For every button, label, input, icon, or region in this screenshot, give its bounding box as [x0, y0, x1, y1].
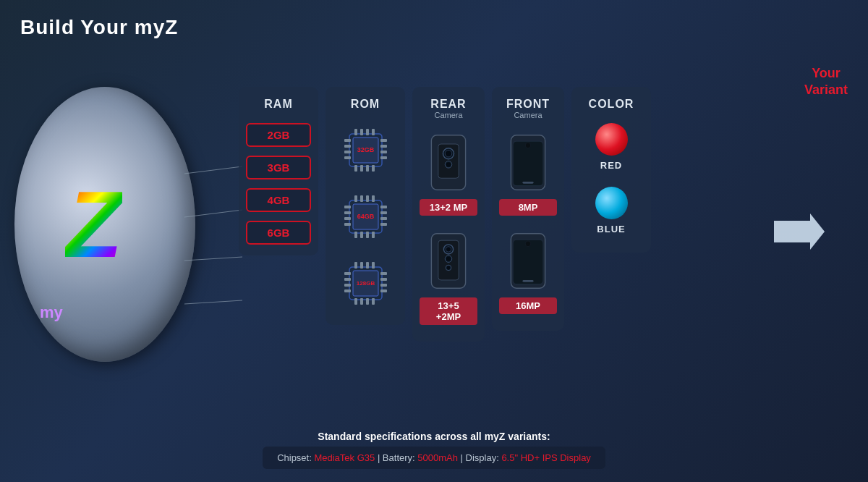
svg-rect-10 [354, 165, 357, 172]
svg-point-81 [525, 241, 531, 247]
specs-title-suffix: variants: [505, 431, 550, 442]
rear-camera-header: REAR Camera [430, 98, 466, 119]
your-variant-line2: Variant [804, 82, 848, 98]
svg-rect-25 [354, 195, 357, 202]
svg-point-72 [446, 257, 451, 261]
chipset-value: MediaTek G35 [314, 452, 375, 463]
svg-rect-26 [360, 195, 363, 202]
specs-title-prefix: Standard specifications across all [318, 431, 484, 442]
front-camera-8mp[interactable]: 8MP [499, 132, 557, 216]
svg-rect-51 [372, 298, 375, 305]
svg-point-64 [445, 151, 451, 157]
svg-rect-11 [360, 165, 363, 172]
svg-rect-56 [380, 272, 387, 275]
color-circle-red[interactable] [595, 123, 628, 156]
ram-item-6gb[interactable]: 6GB [246, 221, 311, 245]
svg-rect-14 [344, 139, 351, 142]
svg-rect-40 [380, 223, 387, 226]
rom-label: ROM [351, 98, 380, 111]
svg-rect-6 [354, 129, 357, 135]
bottom-specs: Standard specifications across all myZ v… [0, 431, 868, 469]
rear-camera-13-5-2[interactable]: 13+5 +2MP [420, 230, 477, 325]
rear-camera-13-2-label[interactable]: 13+2 MP [420, 199, 477, 216]
svg-rect-57 [380, 278, 387, 281]
front-camera-sublabel: Camera [506, 111, 550, 119]
page-title: Build Your myZ [20, 16, 178, 39]
svg-rect-39 [380, 217, 387, 220]
battery-separator: | Battery: [375, 452, 417, 463]
svg-rect-36 [344, 223, 351, 226]
my-text: my [40, 303, 63, 322]
rom-header: ROM [351, 98, 380, 111]
svg-rect-59 [380, 289, 387, 292]
front-camera-16mp[interactable]: 16MP [499, 230, 557, 314]
ram-item-2gb[interactable]: 2GB [246, 123, 311, 147]
svg-line-3 [184, 300, 242, 304]
svg-point-77 [525, 143, 531, 148]
svg-rect-44 [354, 262, 357, 269]
color-circle-blue[interactable] [595, 187, 628, 219]
columns-container: RAM 2GB 3GB 4GB 6GB ROM [239, 87, 651, 342]
rom-item-128gb[interactable]: 128GB [339, 256, 393, 310]
svg-rect-78 [522, 182, 533, 184]
chipset-label: Chipset: [277, 452, 314, 463]
svg-point-70 [446, 247, 451, 253]
color-header: COLOR [589, 98, 634, 111]
specs-title-brand: myZ [485, 431, 506, 442]
title-prefix-text: Build Your [20, 16, 135, 38]
color-red[interactable]: RED [595, 123, 628, 171]
color-name-blue: BLUE [597, 224, 625, 234]
rom-item-64gb[interactable]: 64GB [339, 190, 393, 244]
color-label: COLOR [589, 98, 634, 111]
svg-rect-33 [344, 206, 351, 208]
svg-rect-58 [380, 284, 387, 287]
svg-point-66 [446, 163, 451, 167]
svg-rect-20 [380, 151, 387, 153]
svg-rect-13 [372, 165, 375, 172]
svg-rect-46 [366, 262, 369, 269]
svg-rect-47 [372, 262, 375, 269]
color-name-red: RED [600, 160, 622, 171]
ram-item-4gb[interactable]: 4GB [246, 188, 311, 212]
svg-rect-38 [380, 211, 387, 214]
svg-rect-49 [360, 298, 363, 305]
svg-point-74 [447, 266, 451, 270]
svg-rect-29 [354, 232, 357, 238]
front-camera-8mp-label[interactable]: 8MP [499, 199, 557, 216]
svg-rect-17 [344, 156, 351, 159]
svg-rect-54 [344, 284, 351, 287]
svg-line-1 [184, 210, 242, 217]
ram-item-3gb[interactable]: 3GB [246, 156, 311, 179]
rear-camera-13-5-2-label[interactable]: 13+5 +2MP [420, 297, 477, 325]
display-value: 6.5" HD+ IPS Display [501, 452, 590, 463]
svg-rect-12 [366, 165, 369, 172]
svg-text:64GB: 64GB [357, 213, 374, 220]
rear-camera-13-2[interactable]: 13+2 MP [420, 132, 477, 216]
display-separator: | Display: [458, 452, 501, 463]
myz-logo: Z [51, 170, 159, 279]
svg-rect-37 [380, 206, 387, 208]
rom-item-32gb[interactable]: 32GB [339, 123, 393, 177]
front-camera-16mp-label[interactable]: 16MP [499, 297, 557, 314]
svg-rect-34 [344, 211, 351, 214]
svg-rect-8 [366, 129, 369, 135]
svg-rect-15 [344, 145, 351, 148]
svg-rect-35 [344, 217, 351, 220]
front-camera-column: FRONT Camera 8MP 16MP [492, 87, 564, 331]
svg-text:32GB: 32GB [357, 146, 374, 153]
svg-rect-82 [522, 280, 533, 282]
svg-rect-28 [372, 195, 375, 202]
svg-rect-27 [366, 195, 369, 202]
z-letter: Z [65, 177, 122, 271]
rear-camera-column: REAR Camera 13+2 MP [412, 87, 485, 342]
svg-rect-53 [344, 278, 351, 281]
title-brand-text: myZ [135, 16, 179, 38]
front-camera-header: FRONT Camera [506, 98, 550, 119]
svg-rect-7 [360, 129, 363, 135]
svg-rect-45 [360, 262, 363, 269]
ram-label: RAM [264, 98, 292, 111]
color-blue[interactable]: BLUE [595, 187, 628, 234]
your-variant-label: Your Variant [804, 65, 848, 99]
svg-line-0 [184, 166, 242, 174]
specs-title: Standard specifications across all myZ v… [0, 431, 868, 442]
